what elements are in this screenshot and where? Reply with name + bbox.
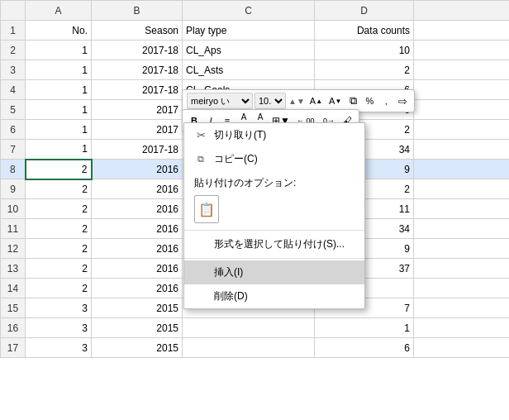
separator-1 — [184, 230, 364, 231]
row-num-8: 8 — [1, 160, 26, 179]
cell-extra-12 — [414, 279, 510, 298]
cell-b-3[interactable]: 2017 — [92, 100, 183, 120]
cell-a-8[interactable]: 2 — [26, 199, 92, 219]
cell-a-6[interactable]: 2 — [26, 160, 92, 179]
ctx-paste-section: 貼り付けのオプション: 📋 — [184, 171, 364, 228]
cell-c-1[interactable]: CL_Asts — [183, 60, 315, 80]
ctx-paste-icon[interactable]: 📋 — [194, 195, 219, 223]
table-row[interactable]: 17320156 — [1, 338, 510, 358]
row-num-5: 5 — [1, 100, 26, 120]
cell-a-7[interactable]: 2 — [26, 179, 92, 199]
row-num-4: 4 — [1, 80, 26, 100]
ctx-insert[interactable]: 挿入(I) — [184, 260, 364, 284]
cell-a-11[interactable]: 2 — [26, 259, 92, 279]
cell-a-1[interactable]: 1 — [26, 60, 92, 80]
cell-extra-1 — [414, 60, 510, 80]
header-extra — [414, 21, 510, 41]
comma-btn[interactable]: , — [378, 93, 393, 109]
cell-b-11[interactable]: 2016 — [92, 259, 183, 279]
cell-a-3[interactable]: 1 — [26, 100, 92, 120]
cell-b-12[interactable]: 2016 — [92, 279, 183, 298]
cell-a-4[interactable]: 1 — [26, 120, 92, 140]
header-datacounts: Data counts — [315, 21, 414, 41]
percent-btn[interactable]: % — [362, 93, 377, 109]
font-name-select[interactable]: meiryo い — [187, 93, 253, 109]
cell-a-5[interactable]: 1 — [26, 140, 92, 160]
copy-icon: ⧉ — [194, 153, 207, 166]
cell-extra-0 — [414, 41, 510, 60]
col-header-e[interactable] — [414, 1, 510, 21]
cell-d-1[interactable]: 2 — [315, 60, 414, 80]
cell-a-2[interactable]: 1 — [26, 80, 92, 100]
col-header-a[interactable]: A — [26, 1, 92, 21]
cell-b-0[interactable]: 2017-18 — [92, 41, 183, 60]
cell-c-14[interactable] — [183, 318, 315, 338]
row-num-16: 16 — [1, 318, 26, 338]
row-num-17: 17 — [1, 338, 26, 358]
cell-a-14[interactable]: 3 — [26, 318, 92, 338]
cell-a-9[interactable]: 2 — [26, 219, 92, 239]
cell-extra-13 — [414, 298, 510, 318]
ctx-cut-label: 切り取り(T) — [214, 128, 266, 142]
ctx-paste-special[interactable]: 形式を選択して貼り付け(S)... — [184, 232, 364, 256]
cell-extra-11 — [414, 259, 510, 279]
cell-b-7[interactable]: 2016 — [92, 179, 183, 199]
font-size-select[interactable]: 10.5 — [254, 93, 286, 109]
cell-extra-6 — [414, 160, 510, 179]
separator-2 — [184, 258, 364, 259]
ctx-paste-special-label: 形式を選択して貼り付け(S)... — [214, 237, 345, 251]
copy-format-btn[interactable]: ⧉ — [345, 93, 360, 109]
cell-extra-14 — [414, 318, 510, 338]
paste-clipboard-icon: 📋 — [198, 202, 215, 217]
cell-extra-2 — [414, 80, 510, 100]
cell-b-1[interactable]: 2017-18 — [92, 60, 183, 80]
cell-d-14[interactable]: 1 — [315, 318, 414, 338]
ctx-insert-label: 挿入(I) — [214, 265, 243, 279]
cell-a-13[interactable]: 3 — [26, 298, 92, 318]
delete-icon — [194, 290, 207, 303]
cell-d-15[interactable]: 6 — [315, 338, 414, 358]
cell-b-8[interactable]: 2016 — [92, 199, 183, 219]
ctx-copy[interactable]: ⧉ コピー(C) — [184, 147, 364, 171]
cell-b-9[interactable]: 2016 — [92, 219, 183, 239]
cell-a-15[interactable]: 3 — [26, 338, 92, 358]
wrap-btn[interactable]: ⇨ — [395, 93, 410, 109]
row-num-13: 13 — [1, 259, 26, 279]
cell-b-6[interactable]: 2016 — [92, 160, 183, 179]
cell-b-10[interactable]: 2016 — [92, 239, 183, 259]
row-num-11: 11 — [1, 219, 26, 239]
cell-b-5[interactable]: 2017-18 — [92, 140, 183, 160]
decrease-font-btn[interactable]: A▼ — [326, 93, 344, 109]
cell-a-10[interactable]: 2 — [26, 239, 92, 259]
cell-b-2[interactable]: 2017-18 — [92, 80, 183, 100]
col-header-d[interactable]: D — [315, 1, 414, 21]
cell-extra-10 — [414, 239, 510, 259]
header-no: No. — [26, 21, 92, 41]
row-num-14: 14 — [1, 279, 26, 298]
ctx-delete[interactable]: 削除(D) — [184, 284, 364, 308]
cell-b-14[interactable]: 2015 — [92, 318, 183, 338]
ctx-cut[interactable]: ✂ 切り取り(T) — [184, 123, 364, 147]
cell-a-0[interactable]: 1 — [26, 41, 92, 60]
row-num-15: 15 — [1, 298, 26, 318]
table-row[interactable]: 312017-18CL_Asts2 — [1, 60, 510, 80]
col-header-b[interactable]: B — [92, 1, 183, 21]
cell-b-4[interactable]: 2017 — [92, 120, 183, 140]
cell-b-13[interactable]: 2015 — [92, 298, 183, 318]
ctx-copy-label: コピー(C) — [214, 152, 258, 166]
ctx-delete-label: 削除(D) — [214, 289, 248, 303]
col-header-c[interactable]: C — [183, 1, 315, 21]
increase-font-btn[interactable]: A▲ — [307, 93, 325, 109]
cell-c-15[interactable] — [183, 338, 315, 358]
row-num-12: 12 — [1, 239, 26, 259]
row-num-7: 7 — [1, 140, 26, 160]
corner-header — [1, 1, 26, 21]
insert-icon — [194, 266, 207, 279]
cell-c-0[interactable]: CL_Aps — [183, 41, 315, 60]
cell-d-0[interactable]: 10 — [315, 41, 414, 60]
table-row[interactable]: 212017-18CL_Aps10 — [1, 41, 510, 60]
table-row[interactable]: 16320151 — [1, 318, 510, 338]
cell-extra-3 — [414, 100, 510, 120]
cell-b-15[interactable]: 2015 — [92, 338, 183, 358]
cell-a-12[interactable]: 2 — [26, 279, 92, 298]
